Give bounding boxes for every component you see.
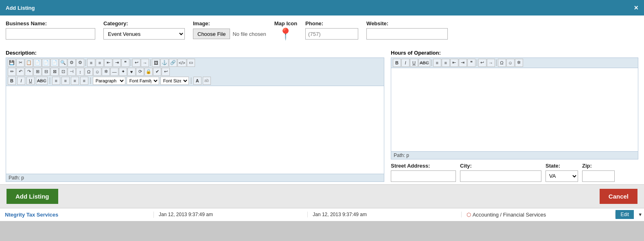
status-edit-button[interactable]: Edit — [616, 210, 634, 219]
tb-tbl4[interactable]: ⊡ — [59, 68, 67, 76]
tb-settings[interactable]: ⚙ — [76, 59, 84, 67]
tb-image[interactable]: 🖼 — [152, 59, 160, 67]
cancel-button[interactable]: Cancel — [600, 189, 637, 204]
hours-tb-undo[interactable]: ↩ — [478, 59, 486, 67]
status-company-link[interactable]: Ntegrity Tax Services — [5, 212, 58, 218]
description-content[interactable] — [6, 86, 384, 174]
tb-tbl5[interactable]: ⊣ — [68, 68, 76, 76]
street-input[interactable] — [391, 170, 456, 182]
tb-paste2[interactable]: 📄 — [42, 59, 50, 67]
tb-html[interactable]: </> — [177, 59, 186, 67]
hours-tb-omega[interactable]: Ω — [498, 59, 506, 67]
tb-anchor[interactable]: ⚓ — [160, 59, 169, 67]
hours-tb-redo[interactable]: → — [487, 59, 495, 67]
phone-input[interactable] — [305, 28, 358, 40]
tb-table[interactable]: ▭ — [187, 59, 195, 67]
hours-tb-abc[interactable]: ABC — [418, 59, 430, 67]
category-select[interactable]: Event Venues Accounting / Financial Serv… — [103, 28, 185, 40]
tb-align-left[interactable]: ≡ — [52, 77, 60, 85]
hours-tb-star[interactable]: ✲ — [515, 59, 523, 67]
tb-strikethrough[interactable]: ABC — [36, 77, 48, 85]
tb-misc3[interactable]: ⟳ — [136, 68, 144, 76]
tb-tbl1[interactable]: ⊞ — [33, 68, 42, 76]
sep5 — [90, 77, 91, 84]
modal: Add Listing × Business Name: Category: E… — [0, 0, 644, 221]
hours-tb-bold[interactable]: B — [393, 59, 401, 67]
tb-blockquote[interactable]: ❝ — [121, 59, 129, 67]
tb-ul[interactable]: ≡ — [87, 59, 95, 67]
tb-dash[interactable]: — — [110, 68, 118, 76]
hours-tb-indent-less[interactable]: ⇤ — [450, 59, 458, 67]
hours-tb-ol[interactable]: ≡ — [442, 59, 450, 67]
add-listing-button[interactable]: Add Listing — [7, 189, 58, 204]
hours-tb-ul[interactable]: ≡ — [433, 59, 441, 67]
tb-indent-less[interactable]: ⇤ — [104, 59, 112, 67]
tb-align-right[interactable]: ≡ — [71, 77, 79, 85]
tb-indent-more[interactable]: ⇥ — [113, 59, 121, 67]
font-size-select[interactable]: Font Size — [160, 77, 189, 85]
close-button[interactable]: × — [634, 4, 638, 11]
tb-lock[interactable]: 🔒 — [145, 68, 153, 76]
top-fields-row: Business Name: Category: Event Venues Ac… — [6, 20, 638, 41]
tb-save[interactable]: 💾 — [8, 59, 16, 67]
tb-tbl3[interactable]: ⊠ — [50, 68, 59, 76]
tb-align-justify[interactable]: ≡ — [80, 77, 88, 85]
tb-align-center[interactable]: ≡ — [61, 77, 70, 85]
tb-misc1[interactable]: ✦ — [119, 68, 127, 76]
tb-underline[interactable]: U — [26, 77, 35, 85]
tb-tbl2[interactable]: ⊟ — [42, 68, 50, 76]
tb-font-color[interactable]: A — [193, 77, 202, 85]
tb-pencil[interactable]: ✏ — [8, 68, 16, 76]
tb-cut[interactable]: ✂ — [16, 59, 24, 67]
font-family-select[interactable]: Font Family — [127, 77, 159, 85]
tb-emoji[interactable]: ☺ — [93, 68, 101, 76]
state-select[interactable]: VA ALAKAZ — [545, 170, 578, 182]
paragraph-select[interactable]: Paragraph — [93, 77, 125, 85]
tb-star[interactable]: ✲ — [102, 68, 110, 76]
tb-undo[interactable]: ↩ — [132, 59, 140, 67]
tb-check[interactable]: ✔ — [153, 68, 161, 76]
street-group: Street Address: — [391, 163, 456, 182]
hours-tb-underline[interactable]: U — [410, 59, 418, 67]
tb-replace[interactable]: ⚙ — [68, 59, 76, 67]
tb-ol[interactable]: ≡ — [96, 59, 104, 67]
tb-bold[interactable]: B — [8, 77, 16, 85]
hours-tb-blockquote[interactable]: ❝ — [467, 59, 475, 67]
tb-omega[interactable]: Ω — [85, 68, 93, 76]
tb-undo2[interactable]: ↶ — [16, 68, 24, 76]
city-group: City: — [460, 163, 541, 182]
bottom-bar: Add Listing Cancel — [0, 184, 644, 208]
tb-redo[interactable]: → — [141, 59, 149, 67]
tb-paste[interactable]: 📄 — [33, 59, 42, 67]
website-label: Website: — [366, 20, 448, 27]
tb-highlight[interactable]: ab — [203, 77, 211, 85]
hours-content[interactable] — [391, 68, 638, 151]
hours-editor: B I U ABC ≡ ≡ ⇤ ⇥ ❝ ↩ — [391, 57, 638, 159]
tb-misc2[interactable]: ♥ — [127, 68, 136, 76]
business-name-input[interactable] — [6, 28, 95, 40]
zip-input[interactable] — [582, 170, 615, 182]
sep3 — [150, 60, 151, 66]
modal-container: Add Listing × Business Name: Category: E… — [0, 0, 644, 241]
tb-find[interactable]: 🔍 — [59, 59, 67, 67]
website-input[interactable] — [366, 28, 448, 40]
image-label: Image: — [193, 20, 266, 27]
tb-redo2[interactable]: ↷ — [25, 68, 33, 76]
status-arrow[interactable]: ▼ — [636, 212, 644, 217]
tb-copy[interactable]: 📋 — [25, 59, 33, 67]
tb-paste3[interactable]: 📄 — [50, 59, 59, 67]
business-name-group: Business Name: — [6, 20, 95, 40]
tb-return[interactable]: ↩ — [162, 68, 170, 76]
tb-tbl6[interactable]: ↕ — [76, 68, 84, 76]
choose-file-button[interactable]: Choose File — [193, 29, 230, 39]
city-input[interactable] — [460, 170, 541, 182]
zip-label: Zip: — [582, 163, 615, 169]
hours-tb-emoji[interactable]: ☺ — [506, 59, 515, 67]
tb-italic[interactable]: I — [17, 77, 25, 85]
tb-link[interactable]: 🔗 — [169, 59, 177, 67]
sep9 — [496, 60, 497, 66]
desc-toolbar-row1: 💾 ✂ 📋 📄 📄 📄 🔍 ⚙ ⚙ ≡ — [8, 59, 382, 67]
desc-toolbar-row2: ✏ ↶ ↷ ⊞ ⊟ ⊠ ⊡ ⊣ ↕ Ω ☺ ✲ — [8, 68, 382, 76]
hours-tb-italic[interactable]: I — [401, 59, 410, 67]
hours-tb-indent-more[interactable]: ⇥ — [459, 59, 467, 67]
